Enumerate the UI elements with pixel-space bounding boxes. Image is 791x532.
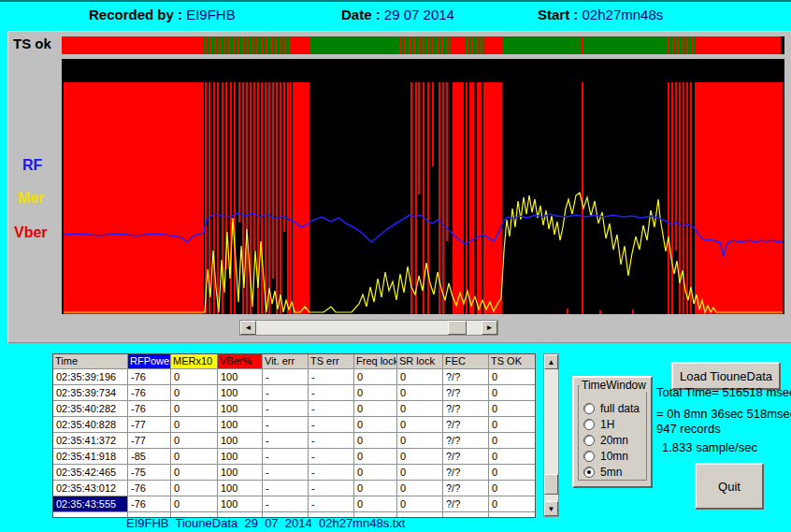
cell-time[interactable]: 02:35:39:734: [53, 385, 127, 400]
column-header-sr-lock[interactable]: SR lock: [397, 354, 442, 368]
radio-full-data[interactable]: full data: [583, 402, 640, 415]
cell-vit-err[interactable]: -: [263, 417, 308, 432]
cell-vit-err[interactable]: -: [263, 433, 308, 448]
column-header-rfpower[interactable]: RFPower: [128, 354, 170, 368]
cell-ts-ok[interactable]: 0: [489, 369, 535, 384]
cell-vber-[interactable]: 100: [218, 481, 262, 496]
cell-rfpower[interactable]: -75: [128, 465, 170, 480]
scroll-left-button[interactable]: ◄: [240, 321, 256, 335]
cell-fec[interactable]: ?/?: [443, 369, 488, 384]
cell-sr-lock[interactable]: 0: [397, 433, 442, 448]
cell-rfpower[interactable]: -76: [128, 401, 170, 416]
cell-ts-err[interactable]: -: [309, 465, 353, 480]
column-header-ts-ok[interactable]: TS OK: [489, 354, 535, 368]
cell-merx10[interactable]: 0: [171, 481, 217, 496]
cell-vit-err[interactable]: -: [263, 465, 308, 480]
cell-fec[interactable]: ?/?: [443, 496, 488, 511]
column-header-fec[interactable]: FEC: [443, 354, 488, 368]
scroll-up-button[interactable]: ▲: [544, 354, 558, 369]
cell-freq-lock[interactable]: 0: [354, 401, 396, 416]
cell-rfpower[interactable]: -85: [128, 449, 170, 464]
cell-time[interactable]: 02:35:42:465: [53, 465, 127, 480]
cell-fec[interactable]: ?/?: [443, 385, 488, 400]
cell-sr-lock[interactable]: 0: [397, 369, 442, 384]
cell-sr-lock[interactable]: 0: [397, 385, 442, 400]
cell-ts-err[interactable]: -: [309, 385, 353, 400]
cell-time[interactable]: 02:35:41:372: [53, 433, 127, 448]
cell-vit-err[interactable]: -: [263, 481, 308, 496]
cell-ts-ok[interactable]: 0: [489, 385, 535, 400]
cell-rfpower[interactable]: -76: [128, 496, 170, 511]
cell-freq-lock[interactable]: 0: [354, 417, 396, 432]
cell-vber-[interactable]: 100: [218, 496, 262, 511]
cell-merx10[interactable]: 0: [171, 417, 217, 432]
cell-time[interactable]: 02:35:41:918: [53, 449, 127, 464]
cell-sr-lock[interactable]: 0: [397, 496, 442, 511]
cell-time[interactable]: 02:35:40:282: [53, 401, 127, 416]
cell-vit-err[interactable]: -: [263, 496, 308, 511]
table-scrollbar-thumb[interactable]: [544, 474, 558, 495]
cell-fec[interactable]: ?/?: [443, 449, 488, 464]
cell-ts-err[interactable]: -: [309, 449, 353, 464]
cell-vit-err[interactable]: -: [263, 369, 308, 384]
cell-merx10[interactable]: 0: [171, 369, 217, 384]
column-header-ts-err[interactable]: TS err: [309, 354, 353, 368]
cell-vber-[interactable]: 100: [218, 369, 262, 384]
cell-fec[interactable]: ?/?: [443, 401, 488, 416]
cell-rfpower[interactable]: -77: [128, 417, 170, 432]
column-header-vber-[interactable]: VBer%: [218, 354, 262, 368]
radio-20mn[interactable]: 20mn: [583, 434, 628, 447]
cell-vber-[interactable]: 100: [218, 465, 262, 480]
column-header-time[interactable]: Time: [53, 354, 127, 368]
cell-ts-ok[interactable]: 0: [489, 433, 535, 448]
table-vertical-scrollbar[interactable]: ▲ ▼: [543, 353, 559, 517]
cell-fec[interactable]: ?/?: [443, 433, 488, 448]
cell-vber-[interactable]: 100: [218, 417, 262, 432]
radio-10mn[interactable]: 10mn: [583, 450, 628, 463]
cell-vit-err[interactable]: -: [263, 385, 308, 400]
cell-sr-lock[interactable]: 0: [397, 401, 442, 416]
column-header-freq-lock[interactable]: Freq lock: [354, 354, 396, 368]
radio-1H[interactable]: 1H: [583, 418, 614, 431]
cell-vit-err[interactable]: -: [263, 401, 308, 416]
cell-ts-err[interactable]: -: [309, 401, 353, 416]
cell-sr-lock[interactable]: 0: [397, 481, 442, 496]
cell-sr-lock[interactable]: 0: [397, 465, 442, 480]
cell-vber-[interactable]: 100: [218, 401, 262, 416]
cell-ts-err[interactable]: -: [309, 369, 353, 384]
cell-ts-ok[interactable]: 0: [489, 449, 535, 464]
cell-fec[interactable]: ?/?: [443, 465, 488, 480]
cell-time[interactable]: 02:35:39:196: [53, 369, 127, 384]
cell-ts-ok[interactable]: 0: [489, 481, 535, 496]
cell-freq-lock[interactable]: 0: [354, 385, 396, 400]
cell-freq-lock[interactable]: 0: [354, 369, 396, 384]
scroll-down-button[interactable]: ▼: [544, 501, 558, 516]
scroll-right-button[interactable]: ►: [482, 321, 497, 335]
cell-time[interactable]: 02:35:40:828: [53, 417, 127, 432]
cell-time[interactable]: 02:35:43:012: [53, 481, 127, 496]
cell-ts-ok[interactable]: 0: [489, 401, 535, 416]
cell-vit-err[interactable]: -: [263, 449, 308, 464]
cell-rfpower[interactable]: -76: [128, 369, 170, 384]
cell-rfpower[interactable]: -77: [128, 433, 170, 448]
cell-merx10[interactable]: 0: [171, 496, 217, 511]
cell-ts-err[interactable]: -: [309, 481, 353, 496]
cell-ts-ok[interactable]: 0: [489, 465, 535, 480]
cell-fec[interactable]: ?/?: [443, 481, 488, 496]
cell-ts-ok[interactable]: 0: [489, 417, 535, 432]
cell-rfpower[interactable]: -76: [128, 385, 170, 400]
quit-button[interactable]: Quit: [695, 463, 764, 510]
cell-time[interactable]: 02:35:43:555: [53, 496, 127, 511]
cell-merx10[interactable]: 0: [171, 401, 217, 416]
cell-merx10[interactable]: 0: [171, 433, 217, 448]
cell-rfpower[interactable]: -76: [128, 481, 170, 496]
cell-merx10[interactable]: 0: [171, 465, 217, 480]
cell-ts-err[interactable]: -: [309, 496, 353, 511]
cell-sr-lock[interactable]: 0: [397, 449, 442, 464]
cell-vber-[interactable]: 100: [218, 449, 262, 464]
chart-scrollbar-track[interactable]: [256, 321, 482, 335]
cell-ts-err[interactable]: -: [309, 417, 353, 432]
cell-freq-lock[interactable]: 0: [354, 433, 396, 448]
cell-freq-lock[interactable]: 0: [354, 481, 396, 496]
cell-ts-err[interactable]: -: [309, 433, 353, 448]
